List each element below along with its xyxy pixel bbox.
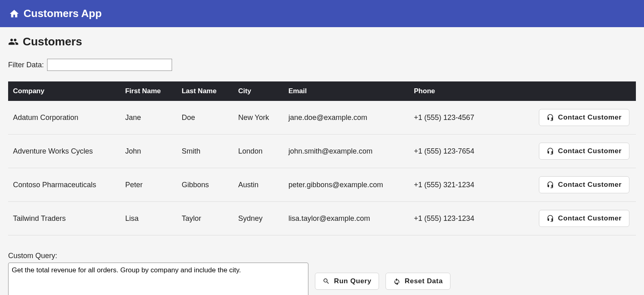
cell-last-name: Gibbons [178,168,234,202]
page-title-row: Customers [8,35,636,48]
cell-first-name: Peter [121,168,177,202]
home-icon [9,9,19,19]
col-first-name: First Name [121,81,177,101]
filter-input[interactable] [47,59,172,71]
query-label: Custom Query: [8,252,636,260]
cell-phone: +1 (555) 123-7654 [410,135,498,168]
filter-row: Filter Data: [8,59,636,71]
query-section: Custom Query: Run Query Reset Data [8,252,636,295]
contact-customer-label: Contact Customer [558,181,622,189]
contact-customer-button[interactable]: Contact Customer [539,109,629,126]
cell-first-name: Lisa [121,202,177,235]
cell-phone: +1 (555) 123-1234 [410,202,498,235]
headset-icon [547,215,554,222]
run-query-label: Run Query [334,277,371,285]
cell-email: jane.doe@example.com [284,101,410,135]
cell-email: peter.gibbons@example.com [284,168,410,202]
cell-company: Tailwind Traders [8,202,121,235]
search-icon [323,278,330,285]
app-title: Customers App [24,7,102,20]
cell-first-name: Jane [121,101,177,135]
cell-phone: +1 (555) 321-1234 [410,168,498,202]
run-query-button[interactable]: Run Query [315,273,379,290]
col-city: City [234,81,284,101]
contact-customer-button[interactable]: Contact Customer [539,210,629,227]
content-area: Customers Filter Data: Company First Nam… [0,27,644,295]
contact-customer-button[interactable]: Contact Customer [539,143,629,160]
cell-company: Adatum Corporation [8,101,121,135]
reset-data-button[interactable]: Reset Data [386,273,450,290]
cell-first-name: John [121,135,177,168]
table-header: Company First Name Last Name City Email … [8,81,636,101]
cell-last-name: Taylor [178,202,234,235]
table-row: Tailwind TradersLisaTaylorSydneylisa.tay… [8,202,636,235]
cell-company: Contoso Pharmaceuticals [8,168,121,202]
reset-data-label: Reset Data [405,277,443,285]
cell-city: London [234,135,284,168]
cell-phone: +1 (555) 123-4567 [410,101,498,135]
headset-icon [547,148,554,155]
query-textarea[interactable] [8,263,308,295]
contact-customer-button[interactable]: Contact Customer [539,176,629,193]
cell-city: Sydney [234,202,284,235]
cell-city: New York [234,101,284,135]
app-bar: Customers App [0,0,644,27]
refresh-icon [393,278,401,285]
filter-label: Filter Data: [8,61,44,69]
query-row: Run Query Reset Data [8,263,636,295]
contact-customer-label: Contact Customer [558,147,622,155]
headset-icon [547,181,554,188]
cell-email: lisa.taylor@example.com [284,202,410,235]
contact-customer-label: Contact Customer [558,214,622,222]
table-row: Adventure Works CyclesJohnSmithLondonjoh… [8,135,636,168]
page-title: Customers [23,35,82,48]
headset-icon [547,114,554,121]
table-row: Contoso PharmaceuticalsPeterGibbonsAusti… [8,168,636,202]
cell-last-name: Doe [178,101,234,135]
col-last-name: Last Name [178,81,234,101]
col-email: Email [284,81,410,101]
col-phone: Phone [410,81,498,101]
cell-company: Adventure Works Cycles [8,135,121,168]
people-icon [8,36,19,47]
contact-customer-label: Contact Customer [558,113,622,122]
cell-last-name: Smith [178,135,234,168]
table-row: Adatum CorporationJaneDoeNew Yorkjane.do… [8,101,636,135]
col-company: Company [8,81,121,101]
customers-table: Company First Name Last Name City Email … [8,81,636,235]
cell-city: Austin [234,168,284,202]
cell-email: john.smith@example.com [284,135,410,168]
